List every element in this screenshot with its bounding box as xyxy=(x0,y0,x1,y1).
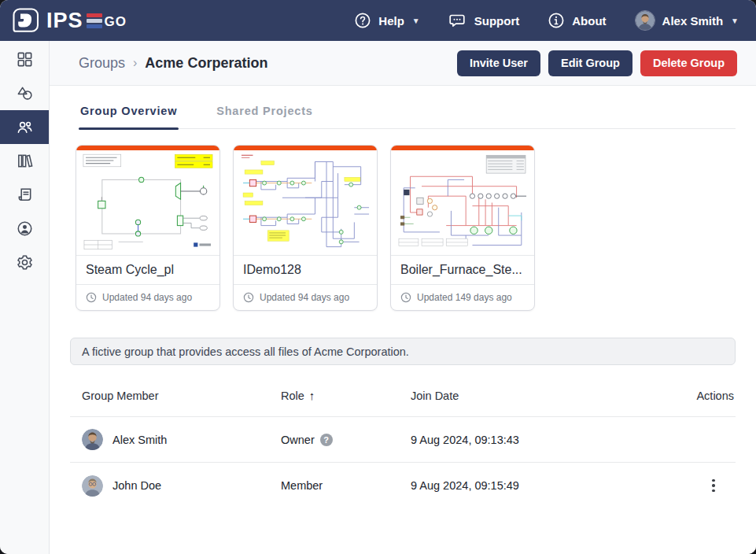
tabs-bar: Group Overview Shared Projects xyxy=(79,100,736,129)
member-name: John Doe xyxy=(112,479,161,492)
clock-icon xyxy=(243,292,254,303)
groups-users-icon xyxy=(16,118,34,136)
project-updated: Updated 94 days ago xyxy=(234,285,377,310)
help-caret-icon: ▼ xyxy=(412,17,420,25)
user-menu[interactable]: Alex Smith ▼ xyxy=(635,10,739,31)
members-table-header: Group Member Role ↑ Join Date Actions xyxy=(70,375,736,417)
sort-ascending-icon: ↑ xyxy=(309,389,315,402)
member-row-john-doe: John Doe Member 9 Aug 2024, 09:15:49 xyxy=(70,463,736,508)
row-actions-menu-button[interactable] xyxy=(704,476,723,495)
project-updated-text: Updated 94 days ago xyxy=(260,292,349,303)
breadcrumb-current-group: Acme Corperation xyxy=(145,55,267,72)
topbar: IPS GO Help ▼ Support xyxy=(0,0,756,41)
project-updated: Updated 94 days ago xyxy=(76,285,219,310)
group-actions: Invite User Edit Group Delete Group xyxy=(457,50,737,76)
user-name: Alex Smith xyxy=(662,14,724,28)
kebab-dot xyxy=(712,489,715,493)
members-table: Group Member Role ↑ Join Date Actions xyxy=(70,375,736,508)
group-description: A fictive group that provides access all… xyxy=(70,338,736,365)
project-card-steam-cycle[interactable]: Steam Cycle_pl Updated 94 days ago xyxy=(76,145,220,311)
project-thumbnail xyxy=(391,150,534,256)
report-document-icon xyxy=(16,186,34,204)
project-thumbnail xyxy=(76,150,219,256)
support-label: Support xyxy=(474,14,520,28)
sidebar-item-shapes[interactable] xyxy=(0,76,49,110)
column-label: Group Member xyxy=(82,390,159,402)
kebab-dot xyxy=(712,479,715,482)
help-label: Help xyxy=(378,14,404,28)
tab-shared-projects[interactable]: Shared Projects xyxy=(215,100,314,128)
project-updated-text: Updated 149 days ago xyxy=(417,292,512,303)
project-updated: Updated 149 days ago xyxy=(391,285,534,310)
member-avatar xyxy=(82,429,103,450)
help-menu[interactable]: Help ▼ xyxy=(354,12,419,29)
user-caret-icon: ▼ xyxy=(731,17,739,25)
clock-icon xyxy=(400,292,411,303)
about-label: About xyxy=(572,14,606,28)
edit-group-button[interactable]: Edit Group xyxy=(548,50,632,76)
shapes-icon xyxy=(16,84,34,102)
project-cards: Steam Cycle_pl Updated 94 days ago xyxy=(76,145,736,311)
project-title: Steam Cycle_pl xyxy=(76,256,219,285)
main-content: Groups › Acme Corperation Invite User Ed… xyxy=(50,41,756,554)
member-join-date: 9 Aug 2024, 09:15:49 xyxy=(411,479,687,492)
sidebar-item-account[interactable] xyxy=(0,212,49,246)
help-icon xyxy=(354,12,371,29)
sidebar-item-dashboard[interactable] xyxy=(0,42,49,76)
column-header-actions: Actions xyxy=(687,390,734,402)
project-title: IDemo128 xyxy=(234,256,377,285)
app-window: IPS GO Help ▼ Support xyxy=(0,0,756,554)
topbar-nav: Help ▼ Support About xyxy=(354,10,739,31)
sidebar xyxy=(0,41,50,554)
project-title: Boiler_Furnace_Ste... xyxy=(391,256,534,285)
invite-user-button[interactable]: Invite User xyxy=(457,50,540,76)
sidebar-item-settings[interactable] xyxy=(0,246,49,279)
project-card-idemo128[interactable]: IDemo128 Updated 94 days ago xyxy=(233,145,378,311)
support-chat-icon xyxy=(448,12,467,29)
member-join-date: 9 Aug 2024, 09:13:43 xyxy=(411,434,687,446)
user-avatar xyxy=(635,10,655,31)
brand-text-suffix: GO xyxy=(105,14,127,30)
brand-e-bars-icon xyxy=(87,13,102,28)
sidebar-item-reports[interactable] xyxy=(0,178,49,212)
breadcrumb-groups-link[interactable]: Groups xyxy=(79,55,125,72)
settings-gear-icon xyxy=(16,253,34,271)
column-label: Actions xyxy=(696,390,734,402)
brand-logo-icon xyxy=(11,6,39,35)
project-updated-text: Updated 94 days ago xyxy=(102,292,192,303)
library-books-icon xyxy=(16,152,34,170)
brand-text-main: IPS xyxy=(46,9,83,33)
project-card-boiler-furnace[interactable]: Boiler_Furnace_Ste... Updated 149 days a… xyxy=(390,145,535,311)
member-avatar xyxy=(82,475,103,497)
breadcrumb: Groups › Acme Corperation xyxy=(79,55,267,72)
member-role: Owner xyxy=(281,434,315,446)
delete-group-button[interactable]: Delete Group xyxy=(640,50,737,76)
account-person-icon xyxy=(16,220,34,238)
column-label: Join Date xyxy=(411,390,459,402)
tab-group-overview[interactable]: Group Overview xyxy=(79,100,179,128)
column-header-join-date[interactable]: Join Date xyxy=(411,390,687,402)
brand-wordmark: IPS GO xyxy=(46,9,127,33)
support-link[interactable]: Support xyxy=(448,12,520,29)
kebab-dot xyxy=(712,484,715,487)
column-header-role[interactable]: Role ↑ xyxy=(281,389,411,402)
member-role: Member xyxy=(281,479,323,492)
role-help-icon[interactable]: ? xyxy=(320,434,333,446)
clock-icon xyxy=(86,292,97,303)
about-info-icon xyxy=(548,12,565,29)
column-label: Role xyxy=(281,390,304,402)
project-thumbnail xyxy=(234,150,377,256)
brand-logo[interactable]: IPS GO xyxy=(11,6,127,35)
about-link[interactable]: About xyxy=(548,12,606,29)
member-name: Alex Smith xyxy=(112,434,167,446)
member-row-alex-smith: Alex Smith Owner ? 9 Aug 2024, 09:13:43 xyxy=(70,417,736,463)
dashboard-grid-icon xyxy=(16,50,34,68)
sidebar-item-groups[interactable] xyxy=(0,110,49,144)
column-header-group-member[interactable]: Group Member xyxy=(82,390,281,402)
page-header: Groups › Acme Corperation Invite User Ed… xyxy=(50,41,756,86)
sidebar-item-library[interactable] xyxy=(0,144,49,178)
breadcrumb-separator: › xyxy=(133,56,137,70)
